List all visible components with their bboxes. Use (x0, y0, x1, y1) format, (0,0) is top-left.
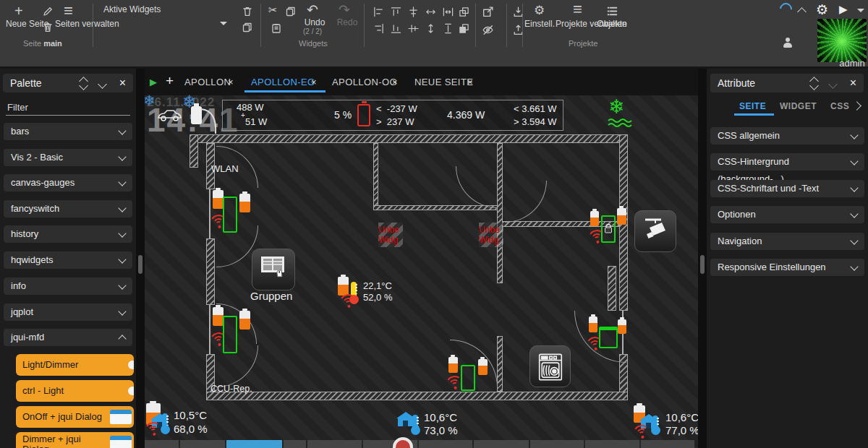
widget-dimmer-jqui-dialog[interactable]: Dimmer + jqui Dialog (16, 432, 134, 448)
open-in-new-icon[interactable] (482, 6, 494, 18)
objects-button[interactable]: Objekte (595, 19, 629, 29)
gruppen-button[interactable] (252, 249, 295, 290)
attr-tab-css[interactable]: CSS (830, 101, 849, 111)
tab-apollon-og[interactable]: APOLLON-OG (332, 77, 397, 87)
objects-list-icon[interactable] (606, 5, 618, 17)
palette-filter-input[interactable]: Filter (7, 102, 28, 113)
same-width-button[interactable] (443, 7, 454, 17)
send-to-back-button[interactable] (459, 23, 469, 34)
undo-button[interactable]: Undo (301, 17, 328, 27)
tab-apollon[interactable]: APOLLON (184, 77, 231, 87)
close-attributes-icon[interactable]: × (850, 74, 856, 92)
align-right-button[interactable] (373, 23, 384, 34)
frost-icon[interactable]: ❄ (608, 95, 625, 119)
runtime-settings-gear-icon[interactable]: ⚙ (816, 1, 828, 18)
copy-icon[interactable] (284, 6, 296, 17)
active-widgets-caret-icon[interactable] (220, 22, 227, 25)
edit-page-icon[interactable] (42, 6, 54, 17)
manage-projects-icon[interactable]: ≡ (573, 0, 582, 19)
attr-section-optionen[interactable]: Optionen (710, 206, 864, 223)
delete-widget-icon[interactable] (242, 6, 253, 17)
dishwasher-button[interactable] (529, 345, 571, 387)
eye-off-icon[interactable] (482, 24, 494, 36)
align-horizontal-center-button[interactable] (408, 23, 419, 34)
align-bottom-button[interactable] (391, 23, 401, 34)
battery-sensor-icon[interactable] (239, 194, 250, 212)
align-left-button[interactable] (373, 7, 384, 17)
add-page-icon[interactable]: + (14, 3, 23, 20)
align-vertical-center-button[interactable] (408, 7, 419, 17)
settings-button[interactable]: Einstell. (522, 19, 557, 29)
tab-apollon-close-icon[interactable]: × (228, 77, 234, 87)
widgets-caption: Widgets (299, 39, 328, 48)
view-canvas[interactable]: ▶ + APOLLON × APOLLON-EG × APOLLON-OG × … (145, 69, 698, 448)
palette-group-fancyswitch[interactable]: fancyswitch (4, 200, 132, 217)
attr-tab-seite[interactable]: SEITE (739, 101, 766, 111)
palette-group-jqui-mfd[interactable]: jqui-mfd (4, 329, 132, 346)
tab-apollon-eg-close-icon[interactable]: × (311, 77, 317, 87)
manage-pages-icon[interactable]: ≡ (64, 1, 73, 20)
attr-section-css-hintergrund[interactable]: CSS-Hintergrund (background-...) (710, 153, 864, 171)
cut-icon[interactable]: ✂ (268, 4, 278, 17)
attr-section-css-schriftart[interactable]: CSS-Schriftart und -Text (710, 180, 864, 197)
unknown-widget[interactable]: UnbeWidg (479, 223, 503, 247)
run-project-icon[interactable]: ▶ (839, 3, 848, 16)
battery-discharge-row: > 237 W (376, 116, 414, 127)
attr-section-css-allgemein[interactable]: CSS allgemein (710, 127, 864, 145)
attr-tab-widget[interactable]: WIDGET (780, 101, 817, 111)
palette-group-info[interactable]: info (4, 277, 132, 295)
unknown-widget[interactable]: UnbeWidg (378, 223, 403, 247)
camera-button[interactable] (634, 210, 676, 252)
battery-sensor-icon[interactable] (213, 190, 224, 209)
same-height-button[interactable] (443, 23, 454, 34)
battery-sensor-icon (338, 277, 349, 296)
new-page-button[interactable]: Neue Seite (6, 19, 36, 29)
attributes-panel: Attribute × SEITE WIDGET CSS CSS allgeme… (707, 69, 868, 448)
tab-apollon-eg[interactable]: APOLLON-EG (251, 77, 315, 87)
left-splitter[interactable] (136, 69, 145, 448)
avatar[interactable] (817, 19, 867, 62)
tab-neue-seite-close-icon[interactable]: × (467, 77, 473, 87)
thermometer-icon (412, 415, 418, 431)
active-nav-segment[interactable] (226, 440, 282, 448)
delete-page-icon[interactable] (42, 22, 54, 33)
widget-onoff-jqui-dialog[interactable]: OnOff + jqui Dialog (16, 406, 134, 428)
tabs-scroll-right-icon[interactable] (852, 101, 861, 111)
tab-apollon-og-close-icon[interactable]: × (392, 77, 398, 87)
widget-ctrl-light[interactable]: ctrl - Light (16, 380, 134, 402)
distribute-vertical-button[interactable] (425, 23, 436, 34)
undo-icon[interactable]: ↶ (307, 1, 318, 18)
add-view-icon[interactable]: + (166, 73, 174, 89)
settings-gear-icon[interactable]: ⚙ (534, 3, 545, 18)
paste-icon[interactable] (271, 22, 282, 34)
attr-section-navigation[interactable]: Navigation (710, 233, 864, 250)
run-view-icon[interactable]: ▶ (150, 77, 157, 87)
palette-group-canvas-gauges[interactable]: canvas-gauges (4, 174, 132, 191)
active-attr-tab-underline (734, 113, 774, 116)
pv-plus-sign: + (241, 111, 245, 119)
right-splitter[interactable] (698, 69, 707, 448)
widget-light-dimmer[interactable]: Light/Dimmer (16, 354, 134, 376)
collapse-toolbar-icon[interactable] (797, 7, 807, 17)
palette-group-jqplot[interactable]: jqplot (4, 303, 132, 321)
palette-group-hqwidgets[interactable]: hqwidgets (4, 251, 132, 269)
battery-sensor-icon[interactable] (239, 311, 250, 329)
clone-widget-icon[interactable] (241, 22, 252, 33)
palette-group-vis2-basic[interactable]: Vis 2 - Basic (4, 149, 132, 166)
collapse-panel-icon[interactable] (98, 79, 107, 89)
right-splitter-handle[interactable] (700, 255, 705, 274)
palette-group-bars[interactable]: bars (4, 123, 132, 140)
align-top-button[interactable] (391, 7, 401, 17)
attr-section-responsive[interactable]: Responsive Einstellungen (710, 259, 864, 276)
battery-sensor-icon[interactable] (213, 307, 224, 326)
palette-group-history[interactable]: history (4, 225, 132, 243)
tab-neue-seite[interactable]: NEUE SEITE (414, 77, 473, 87)
run-options-caret-icon[interactable] (857, 9, 864, 12)
widget-preview (110, 410, 132, 424)
bring-to-front-button[interactable] (459, 7, 469, 17)
left-splitter-handle[interactable] (138, 255, 142, 274)
manage-pages-button[interactable]: Seiten verwalten (55, 19, 93, 29)
distribute-horizontal-button[interactable] (425, 7, 436, 17)
manage-projects-button[interactable]: Projekte verwalten (556, 19, 600, 29)
close-palette-icon[interactable]: × (119, 74, 126, 92)
